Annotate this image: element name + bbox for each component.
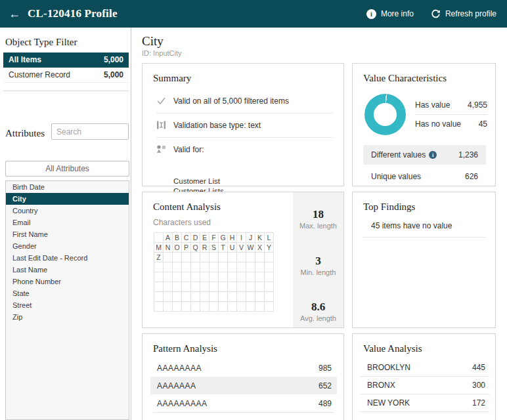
attribute-item[interactable]: Country [6, 205, 129, 217]
value-row[interactable]: BRONX300 [361, 377, 489, 394]
attribute-item[interactable]: Gender [6, 240, 129, 252]
value-row[interactable]: BROOKLYN445 [361, 359, 489, 377]
char-grid-cell [173, 272, 182, 282]
char-grid-cell [246, 302, 255, 312]
summary-card-title: Summary [153, 73, 191, 84]
char-grid-cell [164, 262, 173, 272]
char-grid-row [154, 292, 274, 302]
sidebar: Object Type Filter All Items5,000Custome… [0, 28, 131, 420]
char-grid-cell [255, 253, 265, 262]
char-grid-cell [154, 272, 164, 282]
char-grid-cell [246, 253, 255, 262]
pattern-list: AAAAAAAA985AAAAAAA652AAAAAAAAA489 [150, 359, 337, 413]
characters-used-label: Characters used [153, 218, 211, 227]
char-grid-cell [246, 292, 255, 302]
pattern-text: AAAAAAAA [157, 364, 202, 373]
attribute-item[interactable]: Last Name [6, 264, 129, 276]
char-grid-cell [265, 282, 274, 292]
char-grid-row [154, 282, 274, 292]
attribute-item[interactable]: Phone Number [6, 276, 129, 287]
char-grid-cell [219, 253, 228, 262]
profile-app: ← CL-120416 Profile i More info Refresh … [0, 0, 507, 420]
char-grid-row [154, 272, 274, 282]
pattern-row[interactable]: AAAAAAA652 [150, 377, 337, 394]
refresh-icon [431, 9, 441, 19]
char-grid-cell [228, 302, 237, 312]
char-grid-cell [182, 272, 191, 282]
char-grid-cell [209, 272, 219, 282]
char-grid-cell: O [173, 243, 182, 253]
char-grid-cell [219, 292, 228, 302]
char-grid-cell: C [182, 233, 191, 243]
more-info-button[interactable]: i More info [366, 9, 414, 19]
value-text: BRONX [367, 381, 395, 390]
char-grid-cell: Z [154, 253, 164, 262]
object-type-count: 5,000 [104, 55, 123, 64]
char-grid-cell [209, 262, 219, 272]
char-grid-cell [265, 272, 274, 282]
char-grid-cell [200, 272, 209, 282]
attribute-item[interactable]: Last Edit Date - Record [6, 252, 129, 264]
char-grid-cell [265, 292, 274, 302]
refresh-profile-button[interactable]: Refresh profile [431, 9, 496, 19]
pattern-row[interactable]: AAAAAAAAA489 [150, 394, 337, 412]
all-attributes-button[interactable]: All Attributes [5, 161, 129, 177]
value-row[interactable]: NEW YORK172 [361, 394, 489, 412]
attribute-item[interactable]: State [6, 287, 129, 299]
char-grid-cell [246, 272, 255, 282]
char-grid-cell [154, 282, 164, 292]
value-count: 300 [472, 381, 485, 390]
char-grid-cell: H [228, 233, 237, 243]
attribute-item[interactable]: Email [6, 217, 129, 228]
sidebar-divider [3, 91, 129, 91]
char-grid-cell [255, 272, 265, 282]
back-arrow-icon[interactable]: ← [8, 7, 21, 20]
char-grid-cell [164, 253, 173, 262]
char-grid-cell [255, 282, 265, 292]
char-grid-cell [209, 282, 219, 292]
attribute-search-input[interactable] [51, 123, 129, 140]
char-grid-cell: W [246, 243, 255, 253]
attribute-item[interactable]: City [6, 193, 129, 205]
value-counts: Has value 4,955 Has no value 45 [415, 95, 487, 133]
char-grid-cell [182, 253, 191, 262]
char-grid-cell [191, 292, 200, 302]
char-grid-cell [255, 262, 265, 272]
char-grid-cell [191, 272, 200, 282]
pattern-text: AAAAAAAAA [157, 399, 208, 408]
different-values-row[interactable]: Different values i 1,236 [363, 145, 486, 165]
char-grid-cell: N [164, 243, 173, 253]
pattern-row[interactable]: AAAAAAAA985 [150, 359, 337, 377]
char-grid-cell [173, 253, 182, 262]
has-no-value-row: Has no value 45 [415, 114, 487, 133]
summary-card: Summary Valid on all of 5,000 filtered i… [142, 63, 344, 186]
attribute-page-title: City [142, 34, 164, 49]
char-grid-cell [228, 253, 237, 262]
attribute-item[interactable]: First Name [6, 228, 129, 240]
char-grid-cell [200, 253, 209, 262]
char-grid-cell: D [191, 233, 200, 243]
char-grid-cell [182, 292, 191, 302]
attribute-item[interactable]: Street [6, 299, 129, 311]
char-grid-cell: G [219, 233, 228, 243]
attribute-id-subtitle: ID: InputCity [142, 49, 182, 57]
attribute-item[interactable]: Birth Date [6, 181, 129, 193]
object-type-row[interactable]: All Items5,000 [3, 52, 129, 68]
value-list: BROOKLYN445BRONX300NEW YORK172 [361, 359, 489, 412]
char-grid-cell: L [265, 233, 274, 243]
char-grid-cell [209, 302, 219, 312]
more-info-label: More info [381, 9, 414, 18]
char-grid-cell [265, 302, 274, 312]
min-length-stat: 3 Min. length [293, 255, 343, 276]
content-analysis-card: Content Analysis Characters used ABCDEFG… [142, 192, 344, 328]
pattern-count: 985 [319, 364, 332, 373]
object-type-row[interactable]: Customer Record5,000 [3, 68, 129, 83]
object-type-count: 5,000 [104, 70, 123, 79]
char-grid-cell: V [237, 243, 246, 253]
char-grid-cell: J [246, 233, 255, 243]
char-grid-cell: E [200, 233, 209, 243]
char-grid-cell [237, 262, 246, 272]
attribute-item[interactable]: Zip [6, 311, 129, 323]
char-grid-cell [154, 302, 164, 312]
info-icon[interactable]: i [429, 151, 437, 159]
